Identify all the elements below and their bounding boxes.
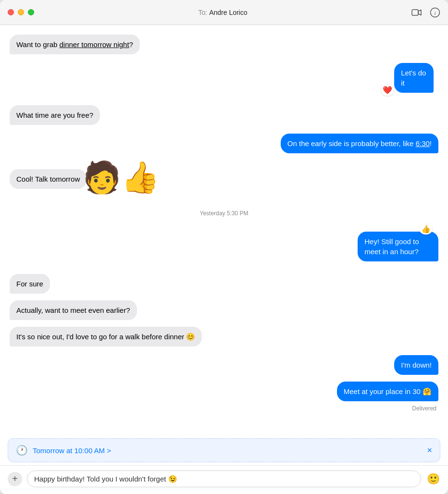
info-button[interactable]: i [430, 7, 440, 18]
schedule-bar: 🕐 Tomorrow at 10:00 AM > × [8, 438, 440, 462]
underline-text: dinner tomorrow night [60, 40, 129, 49]
message-bubble: Meet at your place in 30 🤗 [337, 382, 438, 401]
plus-icon: + [12, 473, 18, 484]
message-row: Meet at your place in 30 🤗 [10, 382, 438, 401]
message-input[interactable] [27, 470, 421, 487]
message-bubble: Actually, want to meet even earlier? [10, 300, 137, 320]
message-row: What time are you free? [10, 105, 438, 125]
message-row: On the early side is probably better, li… [10, 134, 438, 153]
outgoing-reaction-wrap: ❤️ Let's do it [378, 63, 438, 93]
heart-reaction: ❤️ [381, 85, 394, 96]
messages-window: To: Andre Lorico i Want to grab dinn [0, 0, 448, 494]
message-row: Cool! Talk tomorrow 🧑👍 [10, 162, 438, 189]
message-row: ❤️ Let's do it [10, 63, 438, 93]
titlebar-actions: i [411, 7, 440, 18]
maximize-button[interactable] [28, 9, 34, 15]
recipient-name: Andre Lorico [209, 9, 247, 16]
message-row: It's so nice out, I'd love to go for a w… [10, 327, 438, 346]
schedule-close-button[interactable]: × [427, 445, 432, 456]
svg-text:i: i [434, 10, 436, 15]
memoji-sticker: 🧑👍 [83, 162, 160, 193]
svg-rect-0 [412, 10, 418, 15]
message-row: For sure [10, 274, 438, 294]
schedule-text[interactable]: Tomorrow at 10:00 AM > [33, 446, 422, 455]
emoji-icon: 🙂 [427, 473, 440, 485]
to-label: To: [198, 9, 207, 16]
message-bubble: Hey! Still good to meet in an hour? [358, 232, 438, 261]
message-bubble: Let's do it [394, 63, 434, 93]
minimize-button[interactable] [18, 9, 24, 15]
message-row: I'm down! [10, 355, 438, 375]
close-button[interactable] [8, 9, 14, 15]
thumbsup-reaction: 👍 [419, 223, 433, 235]
underline-text: 6:30 [416, 139, 430, 148]
message-bubble: Cool! Talk tomorrow [10, 169, 87, 189]
titlebar-center: To: Andre Lorico [34, 9, 411, 16]
memoji-bubble-wrap: Cool! Talk tomorrow 🧑👍 [10, 162, 160, 189]
schedule-icon: 🕐 [16, 445, 28, 456]
message-bubble: It's so nice out, I'd love to go for a w… [10, 327, 202, 346]
message-bubble: I'm down! [394, 355, 438, 375]
message-bubble: For sure [10, 274, 50, 294]
messages-area: Want to grab dinner tomorrow night? ❤️ L… [0, 25, 448, 435]
message-bubble: Want to grab dinner tomorrow night? [10, 35, 140, 54]
message-bubble: On the early side is probably better, li… [281, 134, 438, 153]
delivered-label: Delivered [10, 405, 438, 412]
timestamp-divider: Yesterday 5:30 PM [10, 210, 438, 217]
emoji-picker-button[interactable]: 🙂 [426, 472, 440, 486]
video-call-button[interactable] [411, 7, 422, 18]
input-area: + 🙂 [0, 465, 448, 494]
message-row: Actually, want to meet even earlier? [10, 300, 438, 320]
add-attachment-button[interactable]: + [8, 472, 22, 486]
message-bubble: What time are you free? [10, 105, 100, 125]
message-row: 👍 Hey! Still good to meet in an hour? [10, 223, 438, 261]
titlebar: To: Andre Lorico i [0, 0, 448, 25]
traffic-lights [8, 9, 34, 15]
message-row: Want to grab dinner tomorrow night? [10, 35, 438, 54]
